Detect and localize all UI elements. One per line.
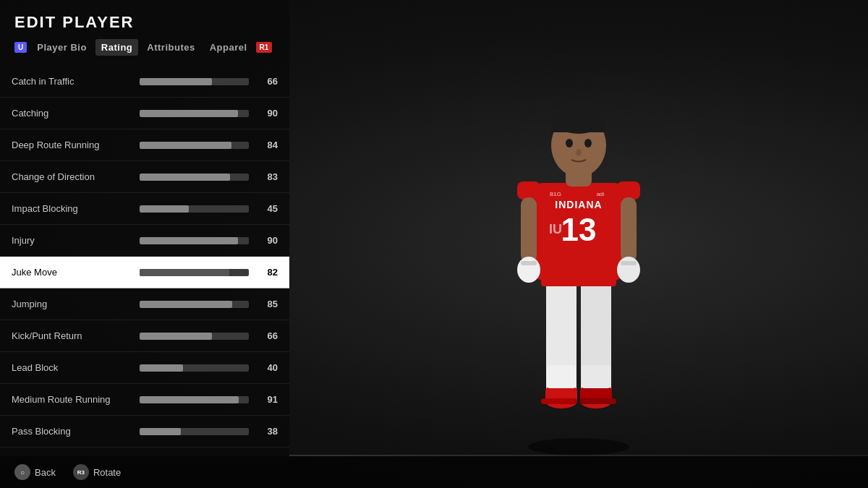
- attribute-row-1[interactable]: Catching90: [0, 98, 289, 129]
- attr-name-3: Change of Direction: [12, 171, 131, 182]
- attr-name-6: Juke Move: [12, 267, 131, 278]
- svg-rect-31: [521, 261, 537, 265]
- tab-rating[interactable]: Rating: [95, 39, 138, 56]
- page-title: EDIT PLAYER: [14, 13, 275, 32]
- attribute-row-2[interactable]: Deep Route Running84: [0, 129, 289, 161]
- attr-bar-fill-3: [140, 174, 230, 181]
- player-svg: 13 INDIANA B1G adi IU: [477, 53, 680, 458]
- svg-rect-17: [517, 181, 540, 200]
- svg-text:INDIANA: INDIANA: [555, 199, 602, 210]
- attr-bar-fill-2: [140, 142, 231, 149]
- attr-value-9: 40: [258, 362, 278, 373]
- svg-text:adi: adi: [597, 191, 605, 197]
- left-panel: EDIT PLAYER U Player Bio Rating Attribut…: [0, 0, 289, 488]
- rotate-label: Rotate: [93, 467, 121, 478]
- attribute-row-6[interactable]: Juke Move82: [0, 257, 289, 288]
- attr-bar-container-2: [140, 142, 249, 149]
- attr-bar-container-9: [140, 364, 249, 372]
- attr-name-8: Kick/Punt Return: [12, 330, 131, 341]
- attr-bar-fill-1: [140, 110, 238, 117]
- svg-rect-29: [547, 365, 576, 388]
- svg-rect-25: [541, 398, 577, 404]
- attr-bar-container-1: [140, 110, 249, 117]
- attr-name-4: Impact Blocking: [12, 203, 131, 214]
- attribute-row-3[interactable]: Change of Direction83: [0, 161, 289, 193]
- attribute-row-4[interactable]: Impact Blocking45: [0, 193, 289, 225]
- attr-value-0: 66: [258, 76, 278, 87]
- tab-apparel[interactable]: Apparel: [204, 39, 253, 56]
- attr-bar-container-3: [140, 174, 249, 181]
- attribute-row-10[interactable]: Medium Route Running91: [0, 384, 289, 416]
- apparel-badge: R1: [256, 42, 273, 53]
- attr-bar-container-0: [140, 78, 249, 85]
- tab-player-bio[interactable]: Player Bio: [31, 39, 93, 56]
- attr-bar-fill-4: [140, 205, 189, 213]
- attr-value-4: 45: [258, 203, 278, 214]
- attribute-row-7[interactable]: Jumping85: [0, 288, 289, 320]
- svg-point-0: [528, 438, 629, 455]
- attr-value-2: 84: [258, 140, 278, 150]
- attr-bar-fill-10: [140, 396, 239, 403]
- back-label: Back: [35, 467, 56, 478]
- attr-bar-fill-7: [140, 301, 232, 308]
- svg-rect-13: [551, 118, 606, 132]
- attr-bar-container-8: [140, 333, 249, 340]
- attr-value-10: 91: [258, 394, 278, 405]
- attr-bar-container-5: [140, 237, 249, 244]
- attr-name-10: Medium Route Running: [12, 394, 131, 405]
- attr-bar-container-7: [140, 301, 249, 308]
- svg-rect-30: [582, 365, 610, 388]
- attr-name-0: Catch in Traffic: [12, 76, 131, 87]
- attr-name-1: Catching: [12, 108, 131, 119]
- svg-point-19: [517, 257, 540, 283]
- attr-value-7: 85: [258, 299, 278, 309]
- svg-point-22: [617, 257, 640, 283]
- svg-text:13: 13: [561, 212, 597, 247]
- attr-name-7: Jumping: [12, 299, 131, 309]
- player-figure: 13 INDIANA B1G adi IU: [477, 53, 680, 458]
- attr-bar-fill-0: [140, 78, 212, 85]
- svg-point-14: [566, 139, 573, 147]
- attr-value-1: 90: [258, 108, 278, 119]
- attr-name-2: Deep Route Running: [12, 140, 131, 150]
- attribute-row-9[interactable]: Lead Block40: [0, 352, 289, 384]
- attribute-row-0[interactable]: Catch in Traffic66: [0, 66, 289, 98]
- svg-rect-21: [621, 197, 637, 262]
- attr-bar-fill-11: [140, 428, 181, 435]
- attr-bar-fill-9: [140, 364, 183, 372]
- attr-name-5: Injury: [12, 235, 131, 246]
- attr-bar-fill-5: [140, 237, 238, 244]
- rotate-action[interactable]: R3 Rotate: [73, 464, 121, 480]
- svg-rect-18: [521, 197, 537, 262]
- rotate-icon: R3: [73, 464, 89, 480]
- player-bio-badge: U: [14, 42, 27, 53]
- svg-point-16: [576, 149, 582, 156]
- attribute-row-8[interactable]: Kick/Punt Return66: [0, 320, 289, 352]
- attr-value-5: 90: [258, 235, 278, 246]
- attributes-list: Catch in Traffic66Catching90Deep Route R…: [0, 66, 289, 488]
- tabs-row: U Player Bio Rating Attributes Apparel R…: [14, 39, 275, 56]
- attribute-row-11[interactable]: Pass Blocking38: [0, 416, 289, 448]
- attr-value-11: 38: [258, 426, 278, 437]
- attr-value-6: 82: [258, 267, 278, 278]
- attr-bar-container-11: [140, 428, 249, 435]
- bottom-bar: ○ Back R3 Rotate: [0, 456, 868, 488]
- tab-attributes[interactable]: Attributes: [141, 39, 200, 56]
- attr-bar-container-10: [140, 396, 249, 403]
- svg-rect-28: [580, 398, 616, 404]
- attr-name-9: Lead Block: [12, 362, 131, 373]
- svg-text:B1G: B1G: [550, 191, 561, 197]
- header: EDIT PLAYER U Player Bio Rating Attribut…: [0, 0, 289, 66]
- svg-text:IU: IU: [549, 222, 562, 236]
- attr-bar-fill-8: [140, 333, 212, 340]
- attr-bar-container-4: [140, 205, 249, 213]
- attr-value-3: 83: [258, 171, 278, 182]
- attribute-row-5[interactable]: Injury90: [0, 225, 289, 257]
- back-action[interactable]: ○ Back: [14, 464, 56, 480]
- attr-value-8: 66: [258, 330, 278, 341]
- right-panel: 13 INDIANA B1G adi IU: [289, 0, 868, 488]
- attr-bar-fill-6: [140, 269, 229, 276]
- svg-point-15: [584, 139, 592, 147]
- svg-rect-20: [617, 181, 640, 200]
- attr-name-11: Pass Blocking: [12, 426, 131, 437]
